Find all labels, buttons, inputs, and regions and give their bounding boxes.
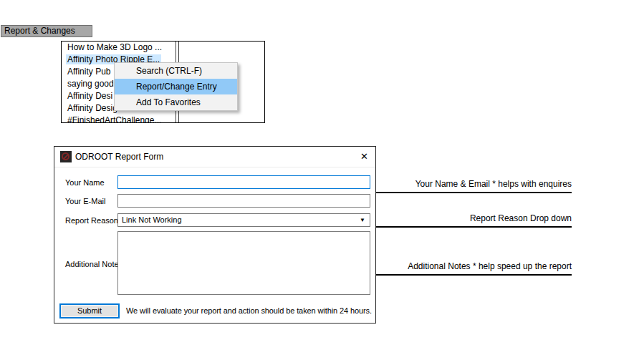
list-item-label: Affinity Pub <box>66 67 112 77</box>
menu-item-add-to-favorites[interactable]: Add To Favorites <box>115 94 237 110</box>
dropdown-selected-value: Link Not Working <box>122 214 182 226</box>
annotation-line <box>375 192 572 193</box>
context-menu: Search (CTRL-F) Report/Change Entry Add … <box>114 62 238 111</box>
list-item[interactable]: How to Make 3D Logo ... <box>62 42 264 54</box>
evaluation-note: We will evaluate your report and action … <box>126 305 372 317</box>
report-reason-label: Report Reason <box>65 216 118 225</box>
list-item[interactable]: #FinishedArtChallenge... <box>62 115 264 123</box>
list-item-label: Affinity Desi <box>66 91 114 101</box>
annotation-name-email: Your Name & Email * helps with enquires <box>376 179 572 189</box>
additional-notes-textarea[interactable] <box>117 231 370 295</box>
annotation-report-reason: Report Reason Drop down <box>376 213 572 223</box>
app-icon <box>60 151 72 162</box>
dialog-title: ODROOT Report Form <box>75 147 163 167</box>
list-item-label: How to Make 3D Logo ... <box>66 42 163 52</box>
name-input[interactable] <box>117 175 370 189</box>
menu-item-search[interactable]: Search (CTRL-F) <box>115 63 237 79</box>
dropdown-arrow-icon[interactable]: ▼ <box>360 214 365 226</box>
close-icon[interactable]: ✕ <box>360 147 368 166</box>
additional-notes-label: Additional Notes <box>65 260 122 268</box>
submit-button[interactable]: Submit <box>59 303 120 318</box>
section-tag-report-and-changes: Report & Changes <box>1 25 92 37</box>
dialog-titlebar[interactable]: ODROOT Report Form ✕ <box>54 147 375 167</box>
menu-item-report-change-entry[interactable]: Report/Change Entry <box>115 79 237 94</box>
annotation-line <box>375 274 572 276</box>
email-input[interactable] <box>117 194 370 208</box>
annotation-additional-notes: Additional Notes * help speed up the rep… <box>376 261 572 271</box>
report-form-dialog: ODROOT Report Form ✕ Your Name Your E-Ma… <box>54 146 376 324</box>
email-field-label: Your E-Mail <box>65 197 105 205</box>
list-item-label: #FinishedArtChallenge... <box>66 115 163 123</box>
page: Report & Changes How to Make 3D Logo ...… <box>0 0 644 355</box>
annotation-line <box>375 226 572 228</box>
list-item-label: saying good <box>66 79 115 89</box>
name-field-label: Your Name <box>65 178 105 187</box>
report-reason-dropdown[interactable]: Link Not Working ▼ <box>117 213 370 227</box>
